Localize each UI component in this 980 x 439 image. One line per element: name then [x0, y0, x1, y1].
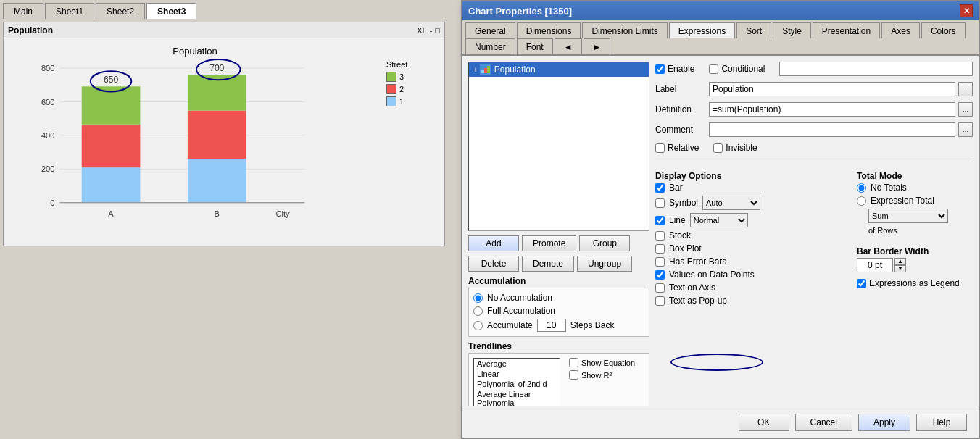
svg-text:700: 700 — [209, 63, 224, 73]
apply-button[interactable]: Apply — [858, 414, 910, 431]
chart-xl-icon[interactable]: XL — [417, 26, 426, 35]
tab-general[interactable]: General — [465, 22, 515, 38]
comment-input[interactable] — [709, 122, 955, 137]
bottom-options-row: Display Options Bar Symbol Auto — [655, 171, 973, 306]
expr-legend-section: Expressions as Legend — [857, 278, 973, 288]
chart-maximize-icon[interactable]: □ — [435, 26, 440, 35]
of-rows-label: of Rows — [868, 226, 973, 235]
error-bars-checkbox[interactable] — [655, 257, 665, 267]
line-checkbox[interactable] — [655, 216, 665, 225]
chart-minimize-icon[interactable]: - — [430, 26, 433, 35]
group-button[interactable]: Group — [579, 235, 630, 251]
comment-browse-button[interactable]: … — [958, 122, 973, 137]
tab-number[interactable]: Number — [465, 38, 515, 54]
expr-item-label: Population — [494, 64, 536, 75]
ungroup-button[interactable]: Ungroup — [577, 256, 632, 272]
delete-button[interactable]: Delete — [468, 256, 519, 272]
relative-checkbox[interactable] — [655, 143, 665, 153]
help-button[interactable]: Help — [916, 414, 967, 431]
trendlines-box: Average Linear Polynomial of 2nd d Avera… — [468, 353, 649, 414]
tab-main[interactable]: Main — [3, 3, 43, 19]
bar-checkbox[interactable] — [655, 183, 665, 193]
promote-button[interactable]: Promote — [522, 235, 576, 251]
show-r2-checkbox[interactable] — [569, 370, 578, 380]
chart-content: Population 800 600 400 200 0 — [4, 38, 444, 246]
no-totals-radio[interactable] — [857, 183, 866, 193]
tab-expressions[interactable]: Expressions — [669, 22, 735, 38]
accumulate-radio[interactable] — [473, 321, 483, 330]
definition-browse-button[interactable]: … — [958, 102, 973, 117]
cancel-button[interactable]: Cancel — [795, 414, 852, 431]
values-data-points-label: Values on Data Points — [669, 269, 755, 280]
trendline-polynomial[interactable]: Polynomial of 2nd d — [474, 379, 560, 389]
tab-colors[interactable]: Colors — [921, 22, 966, 38]
add-button[interactable]: Add — [468, 235, 519, 251]
sum-select[interactable]: Sum — [868, 209, 948, 223]
steps-label: Steps Back — [570, 320, 615, 330]
tab-prev[interactable]: ◄ — [555, 38, 582, 54]
invisible-label: Invisible — [726, 143, 757, 153]
spinner-down[interactable]: ▼ — [894, 265, 906, 272]
chart-panel-title: Population — [8, 25, 53, 35]
values-data-points-row: Values on Data Points — [655, 269, 848, 280]
tab-next[interactable]: ► — [584, 38, 611, 54]
tab-sort[interactable]: Sort — [736, 22, 771, 38]
display-options-panel: Display Options Bar Symbol Auto — [655, 171, 848, 306]
display-opts: Bar Symbol Auto Line — [655, 183, 848, 306]
expression-item-population[interactable]: + Population — [469, 62, 649, 77]
ok-button[interactable]: OK — [739, 414, 789, 431]
accumulate-row: Accumulate 10 Steps Back — [473, 319, 644, 332]
stock-label: Stock — [669, 230, 691, 241]
svg-rect-11 — [82, 125, 141, 167]
line-select[interactable]: Normal — [690, 213, 748, 227]
tab-dimension-limits[interactable]: Dimension Limits — [582, 22, 667, 38]
tab-sheet3[interactable]: Sheet3 — [146, 3, 196, 19]
tab-sheet2[interactable]: Sheet2 — [96, 3, 145, 19]
text-as-popup-checkbox[interactable] — [655, 296, 665, 306]
box-plot-checkbox[interactable] — [655, 244, 665, 254]
tab-style[interactable]: Style — [773, 22, 811, 38]
trendline-average[interactable]: Average — [474, 359, 560, 369]
comment-row: Comment … — [655, 122, 973, 137]
svg-rect-25 — [484, 68, 487, 73]
symbol-select[interactable]: Auto — [702, 196, 760, 210]
expression-total-radio[interactable] — [857, 196, 866, 206]
right-panel: Enable Conditional Label … Definition … — [655, 62, 973, 414]
accumulate-label: Accumulate — [487, 320, 533, 330]
enable-label: Enable — [668, 64, 694, 74]
spinner-up[interactable]: ▲ — [894, 258, 906, 265]
label-browse-button[interactable]: … — [958, 82, 973, 96]
conditional-checkbox[interactable] — [709, 64, 718, 74]
dialog-close-button[interactable]: ✕ — [960, 4, 973, 17]
stock-checkbox[interactable] — [655, 231, 665, 241]
bar-border-input[interactable] — [857, 258, 893, 272]
definition-input[interactable] — [709, 102, 955, 117]
expressions-as-legend-checkbox[interactable] — [857, 279, 866, 288]
tab-dimensions[interactable]: Dimensions — [517, 22, 581, 38]
symbol-checkbox[interactable] — [655, 198, 665, 208]
text-on-axis-checkbox[interactable] — [655, 283, 665, 293]
show-equation-checkbox[interactable] — [569, 358, 578, 367]
svg-rect-26 — [487, 66, 490, 73]
tab-sheet1[interactable]: Sheet1 — [45, 3, 94, 19]
full-accumulation-radio[interactable] — [473, 306, 483, 316]
tab-axes[interactable]: Axes — [881, 22, 920, 38]
svg-text:650: 650 — [104, 75, 118, 85]
tab-presentation[interactable]: Presentation — [813, 22, 880, 38]
enable-checkbox[interactable] — [655, 64, 665, 74]
trendline-linear[interactable]: Linear — [474, 369, 560, 379]
show-equation-row: Show Equation — [569, 358, 635, 367]
demote-button[interactable]: Demote — [522, 256, 574, 272]
values-data-points-checkbox[interactable] — [655, 270, 665, 280]
no-accumulation-radio[interactable] — [473, 293, 483, 303]
label-input[interactable] — [709, 82, 955, 96]
expression-list-panel: + Population Add Promote Group — [468, 62, 649, 414]
invisible-checkbox[interactable] — [713, 143, 723, 153]
steps-input[interactable]: 10 — [537, 319, 566, 332]
expression-list-box[interactable]: + Population — [468, 62, 649, 231]
error-bars-row: Has Error Bars — [655, 256, 848, 267]
trendlines-list[interactable]: Average Linear Polynomial of 2nd d Avera… — [473, 358, 560, 409]
dialog-title: Chart Properties [1350] — [468, 6, 572, 17]
tab-font[interactable]: Font — [517, 38, 553, 54]
conditional-input[interactable] — [779, 62, 973, 76]
